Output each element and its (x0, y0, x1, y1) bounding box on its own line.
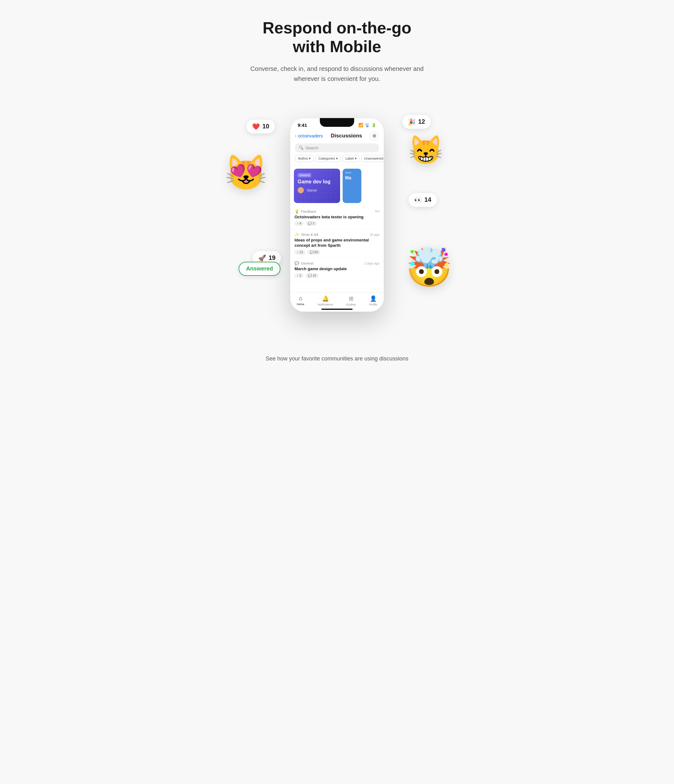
categories-filter[interactable]: Categories ▾ (316, 155, 341, 162)
signal-icon: 📶 (358, 123, 363, 128)
back-button[interactable]: ‹ octoinvaders (295, 133, 323, 138)
card-small-title: Ma (345, 175, 359, 180)
search-icon: 🔍 (299, 146, 304, 150)
emoji-cat-happy: 😸 (408, 134, 443, 166)
tab-bar: ⌂ Home 🔔 Notifications ⊞ Explore 👤 Profi… (290, 292, 384, 312)
discussion-item-showntell[interactable]: ✨ Show & tell 2h ago Ideas of props and … (290, 229, 384, 258)
general-upvote: ↑ 2 (294, 273, 304, 278)
home-icon: ⌂ (299, 295, 302, 302)
author-filter-label: Author (298, 157, 308, 160)
tab-explore[interactable]: ⊞ Explore (346, 295, 356, 306)
emoji-cat-hearts: 😻 (224, 152, 267, 193)
filter-row: Author ▾ Categories ▾ Label ▾ Unanswered (295, 155, 379, 162)
plus-icon: ⊕ (372, 133, 376, 139)
unanswered-filter[interactable]: Unanswered (361, 155, 384, 162)
hero-section: Respond on-the-gowith Mobile Converse, c… (249, 19, 425, 84)
card-ideas[interactable]: Ideas Ma (342, 169, 361, 203)
phone-scene: ❤️ 10 🎉 12 👀 14 🚀 19 Answered 😻 😸 🤯 9:41… (228, 103, 446, 327)
page-title: Discussions (331, 133, 362, 139)
badge-eyes: 👀 14 (408, 193, 437, 207)
bell-icon: 🔔 (322, 295, 329, 302)
showntell-tags: ↑ 13 💬 69 (294, 250, 380, 255)
tab-notifications-label: Notifications (318, 303, 333, 306)
feedback-tags: ↑ 4 💬 3 (294, 221, 380, 226)
hero-subtitle: Converse, check in, and respond to discu… (249, 64, 425, 84)
explore-icon: ⊞ (349, 295, 353, 302)
feedback-title: Octoinvaders beta tester is opening (294, 215, 380, 220)
card-game-dev[interactable]: General Game dev log Stamat (294, 169, 340, 203)
home-indicator (321, 309, 353, 310)
label-filter[interactable]: Label ▾ (342, 155, 360, 162)
showntell-category: Show & tell (301, 233, 368, 236)
rocket-icon: 🚀 (258, 254, 266, 262)
tab-profile-label: Profile (369, 303, 377, 306)
footer-text: See how your favorite communities are us… (266, 355, 408, 362)
unanswered-filter-label: Unanswered (364, 157, 383, 160)
status-icons: 📶 📡 🔋 (358, 123, 376, 128)
hero-title: Respond on-the-gowith Mobile (249, 19, 425, 56)
showntell-comments: 💬 69 (307, 250, 321, 255)
answered-badge: Answered (239, 262, 280, 276)
showntell-icon: ✨ (294, 232, 299, 237)
general-category: General (301, 261, 362, 265)
app-nav: ‹ octoinvaders Discussions ⊕ (295, 132, 379, 140)
showntell-upvote: ↑ 13 (294, 250, 305, 255)
feedback-category: Feedback (301, 210, 373, 213)
general-tags: ↑ 2 💬 10 (294, 273, 380, 278)
phone-notch (320, 118, 354, 127)
eyes-icon: 👀 (414, 196, 422, 204)
chevron-down-icon-2: ▾ (336, 157, 338, 160)
back-label: octoinvaders (298, 133, 323, 138)
showntell-title: Ideas of props and game enviromental con… (294, 238, 380, 248)
tab-notifications[interactable]: 🔔 Notifications (318, 295, 333, 306)
card-small-category: Ideas (345, 171, 359, 174)
item-meta-showntell: ✨ Show & tell 2h ago (294, 232, 380, 237)
discussion-item-feedback[interactable]: 💡 Feedback 6m Octoinvaders beta tester i… (290, 206, 384, 230)
feedback-comments: 💬 3 (305, 221, 317, 226)
feedback-upvote: ↑ 4 (294, 221, 304, 226)
cards-row: General Game dev log Stamat Ideas Ma (290, 166, 384, 206)
battery-icon: 🔋 (371, 123, 376, 128)
emoji-exploding-head: 🤯 (406, 246, 453, 290)
tab-home-label: Home (297, 303, 304, 306)
general-icon: 💬 (294, 261, 299, 266)
search-placeholder: Search (305, 146, 318, 150)
person-icon: 👤 (370, 295, 377, 302)
card-dots (294, 169, 340, 203)
chevron-left-icon: ‹ (295, 134, 296, 138)
wifi-icon: 📡 (365, 123, 370, 128)
general-time: 2 days ago (364, 262, 380, 265)
discussion-item-general[interactable]: 💬 General 2 days ago March game design u… (290, 258, 384, 282)
heart-count: 10 (262, 123, 269, 130)
general-comments: 💬 10 (305, 273, 319, 278)
author-filter[interactable]: Author ▾ (295, 155, 314, 162)
heart-icon: ❤️ (252, 123, 260, 130)
search-bar[interactable]: 🔍 Search (295, 143, 379, 152)
tab-home[interactable]: ⌂ Home (297, 295, 304, 306)
rocket-count: 19 (269, 254, 276, 261)
app-header: ‹ octoinvaders Discussions ⊕ 🔍 Search Au… (290, 129, 384, 166)
phone-device: 9:41 📶 📡 🔋 ‹ octoinvaders Discussions ⊕ (290, 118, 384, 312)
categories-filter-label: Categories (318, 157, 335, 160)
chevron-down-icon-3: ▾ (355, 157, 356, 160)
feedback-time: 6m (375, 210, 380, 213)
add-button[interactable]: ⊕ (370, 132, 379, 140)
party-icon: 🎉 (408, 118, 416, 126)
badge-heart: ❤️ 10 (246, 120, 275, 133)
feedback-icon: 💡 (294, 209, 299, 214)
label-filter-label: Label (346, 157, 354, 160)
item-meta-feedback: 💡 Feedback 6m (294, 209, 380, 214)
chevron-down-icon: ▾ (309, 157, 311, 160)
status-time: 9:41 (298, 123, 307, 128)
item-meta-general: 💬 General 2 days ago (294, 261, 380, 266)
eyes-count: 14 (425, 196, 431, 203)
tab-profile[interactable]: 👤 Profile (369, 295, 377, 306)
party-count: 12 (418, 118, 425, 125)
general-title: March game design update (294, 266, 380, 272)
tab-explore-label: Explore (346, 303, 356, 306)
showntell-time: 2h ago (370, 233, 380, 236)
badge-party: 🎉 12 (402, 115, 431, 129)
